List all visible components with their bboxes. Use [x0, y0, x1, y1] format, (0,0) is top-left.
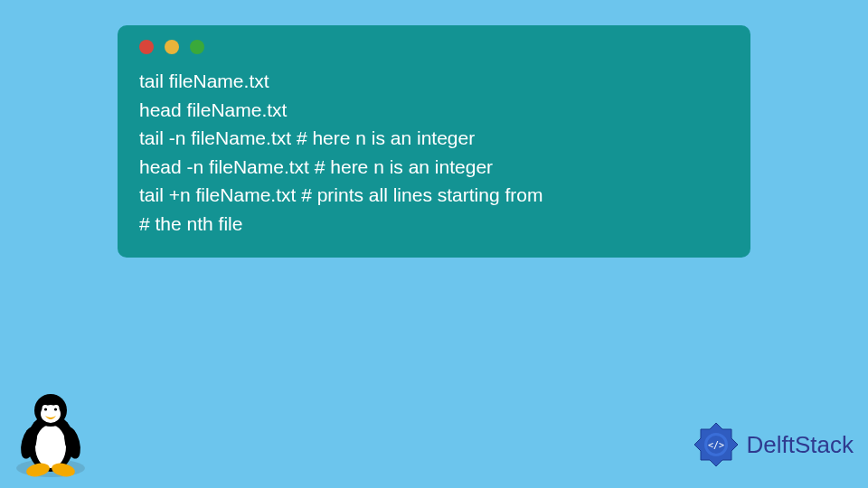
tux-penguin-logo	[9, 389, 92, 479]
maximize-icon[interactable]	[190, 40, 204, 54]
code-line: tail -n fileName.txt # here n is an inte…	[139, 124, 732, 153]
code-line: # the nth file	[139, 210, 732, 239]
svg-point-8	[54, 408, 57, 410]
brand-name: DelftStack	[747, 431, 854, 459]
code-line: head -n fileName.txt # here n is an inte…	[139, 153, 732, 182]
delftstack-icon: </>	[691, 419, 741, 470]
code-line: head fileName.txt	[139, 96, 732, 125]
minimize-icon[interactable]	[165, 40, 179, 54]
svg-point-2	[35, 425, 66, 468]
brand-logo: </> DelftStack	[691, 419, 854, 470]
terminal-window: tail fileName.txt head fileName.txt tail…	[118, 25, 750, 258]
close-icon[interactable]	[139, 40, 154, 54]
window-controls	[136, 40, 732, 54]
svg-point-7	[44, 408, 47, 410]
code-line: tail fileName.txt	[139, 67, 732, 96]
svg-text:</>: </>	[707, 440, 723, 450]
code-line: tail +n fileName.txt # prints all lines …	[139, 181, 732, 210]
code-block: tail fileName.txt head fileName.txt tail…	[136, 67, 732, 238]
